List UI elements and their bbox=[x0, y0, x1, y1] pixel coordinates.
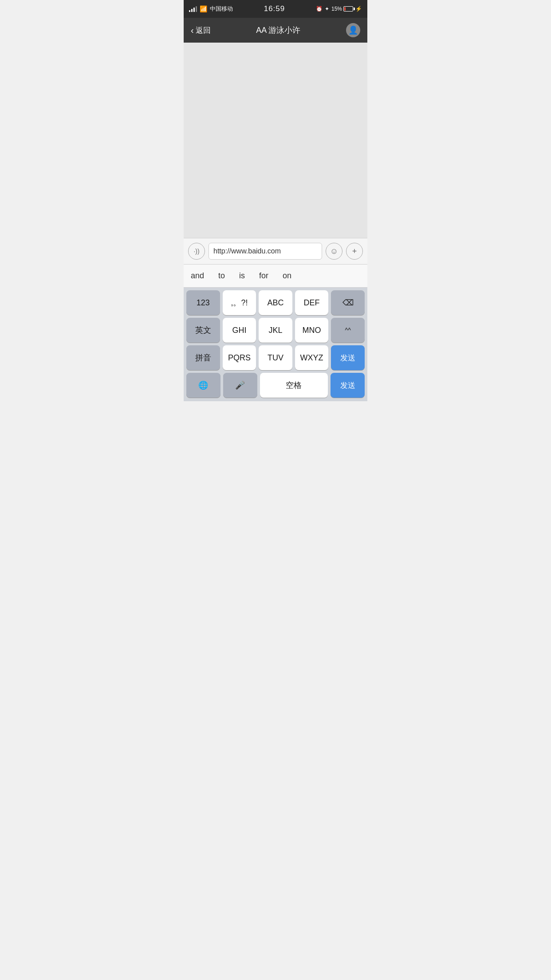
carrier-text: 中国移动 bbox=[210, 5, 233, 13]
keyboard: 123 ,。?! ABC DEF ⌫ 英文 GHI JKL MNO ^^ 拼音 … bbox=[184, 288, 367, 401]
battery-container: 15% bbox=[331, 6, 353, 12]
bluetooth-icon: ✦ bbox=[325, 6, 329, 12]
nav-bar: ‹ 返回 AA 游泳小许 👤 bbox=[184, 18, 367, 43]
plus-button[interactable]: + bbox=[346, 243, 363, 260]
key-def[interactable]: DEF bbox=[295, 290, 329, 315]
battery-icon bbox=[343, 6, 353, 12]
suggestion-bar: and to is for on bbox=[184, 265, 367, 288]
emoji-icon: ☺ bbox=[330, 247, 338, 256]
message-input[interactable] bbox=[209, 243, 322, 260]
keyboard-row-2: 英文 GHI JKL MNO ^^ bbox=[184, 315, 367, 343]
key-tuv[interactable]: TUV bbox=[259, 345, 292, 370]
signal-icon bbox=[189, 6, 197, 12]
suggestion-for[interactable]: for bbox=[259, 271, 268, 281]
key-globe[interactable]: 🌐 bbox=[186, 373, 220, 398]
avatar-icon: 👤 bbox=[348, 25, 358, 35]
voice-icon: ·)) bbox=[193, 248, 199, 255]
back-chevron-icon: ‹ bbox=[191, 26, 194, 35]
back-button[interactable]: ‹ 返回 bbox=[191, 25, 211, 36]
voice-button[interactable]: ·)) bbox=[188, 243, 205, 260]
key-mic[interactable]: 🎤 bbox=[223, 373, 257, 398]
mic-icon: 🎤 bbox=[235, 380, 245, 390]
status-left: 📶 中国移动 bbox=[189, 5, 233, 13]
send-button-row4[interactable]: 发送 bbox=[331, 373, 365, 398]
nav-title: AA 游泳小许 bbox=[256, 25, 300, 36]
status-time: 16:59 bbox=[264, 4, 285, 13]
key-wxyz[interactable]: WXYZ bbox=[295, 345, 329, 370]
key-ghi[interactable]: GHI bbox=[223, 318, 256, 343]
battery-percent: 15% bbox=[331, 6, 342, 12]
send-button-row3[interactable]: 发送 bbox=[331, 345, 365, 370]
key-english[interactable]: 英文 bbox=[186, 318, 220, 343]
suggestion-on[interactable]: on bbox=[283, 271, 291, 281]
key-abc[interactable]: ABC bbox=[259, 290, 292, 315]
key-123[interactable]: 123 bbox=[186, 290, 220, 315]
emoji-button[interactable]: ☺ bbox=[326, 243, 342, 260]
back-label: 返回 bbox=[196, 25, 211, 36]
delete-icon: ⌫ bbox=[342, 298, 354, 308]
bolt-icon: ⚡ bbox=[355, 6, 362, 12]
keyboard-row-3: 拼音 PQRS TUV WXYZ 发送 bbox=[184, 343, 367, 370]
keyboard-row-1: 123 ,。?! ABC DEF ⌫ bbox=[184, 288, 367, 315]
key-space[interactable]: 空格 bbox=[260, 373, 328, 398]
suggestion-and[interactable]: and bbox=[191, 271, 204, 281]
alarm-icon: ⏰ bbox=[316, 6, 323, 12]
keyboard-row-4: 🌐 🎤 空格 发送 bbox=[184, 370, 367, 401]
suggestion-is[interactable]: is bbox=[239, 271, 245, 281]
status-bar: 📶 中国移动 16:59 ⏰ ✦ 15% ⚡ bbox=[184, 0, 367, 18]
key-mno[interactable]: MNO bbox=[295, 318, 329, 343]
chat-area bbox=[184, 43, 367, 238]
plus-icon: + bbox=[352, 247, 357, 256]
input-bar: ·)) ☺ + bbox=[184, 238, 367, 265]
wifi-icon: 📶 bbox=[200, 5, 207, 12]
status-right: ⏰ ✦ 15% ⚡ bbox=[316, 6, 362, 12]
suggestion-to[interactable]: to bbox=[218, 271, 225, 281]
key-caret[interactable]: ^^ bbox=[331, 318, 365, 343]
delete-key[interactable]: ⌫ bbox=[331, 290, 365, 315]
key-pinyin[interactable]: 拼音 bbox=[186, 345, 220, 370]
globe-icon: 🌐 bbox=[198, 380, 208, 390]
key-pqrs[interactable]: PQRS bbox=[223, 345, 256, 370]
key-jkl[interactable]: JKL bbox=[259, 318, 292, 343]
key-punctuation[interactable]: ,。?! bbox=[223, 290, 256, 315]
avatar[interactable]: 👤 bbox=[346, 23, 360, 37]
